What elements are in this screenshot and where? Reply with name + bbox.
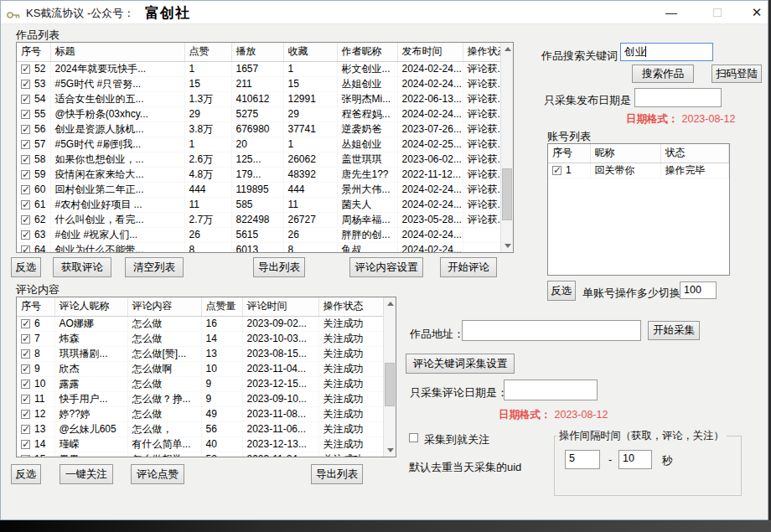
account-row[interactable]: 1回关带你操作完毕 [548,163,729,178]
comments-table-header: 序号 评论人昵称 评论内容 点赞量 评论时间 操作状态 [17,297,385,316]
comment-date-input[interactable] [504,380,598,400]
row-checkbox[interactable] [21,110,30,119]
accounts-invert-button[interactable]: 反选 [547,281,576,301]
row-checkbox[interactable] [21,440,30,449]
close-button[interactable]: ✕ [743,1,768,24]
fetch-comments-button[interactable]: 获取评论 [53,257,111,277]
works-row[interactable]: 63#创业 #祝家人们...26561526胖胖的创...2024-02-24.… [17,227,502,242]
comments-row[interactable]: 9欣杰怎么做啊102023-11-04...关注成功 [17,361,385,376]
comments-row[interactable]: 6AO娜娜怎么做162023-09-02...关注成功 [17,316,385,331]
works-row[interactable]: 62什么叫创业，看完...2.7万82249826727周杨幸福...2023-… [17,212,502,227]
scroll-down-arrow-icon[interactable] [384,444,396,457]
row-checkbox[interactable] [21,410,30,419]
search-keyword-input[interactable]: 创业 [620,43,713,61]
row-checkbox[interactable] [21,155,30,164]
works-row[interactable]: 60回村创业第二年正...444119895444景州大伟...2024-02-… [17,182,502,197]
works-section-label: 作品列表 [16,28,60,43]
comment-date-format-hint: 日期格式：2023-08-12 [499,408,608,422]
text-caret [645,46,646,57]
publish-date-format-hint: 日期格式：2023-08-12 [626,112,735,127]
app-window: KS截流协议 -公众号： 富创社 — ☐ ✕ 作品列表 序号 标题 点赞 播放 … [0,0,768,520]
publish-date-input[interactable] [634,88,722,107]
comments-row[interactable]: 7炜森怎么做142023-10-03...关注成功 [17,331,385,346]
comments-row[interactable]: 10露露怎么做92023-12-15...关注成功 [17,376,385,391]
works-row[interactable]: 55@快手粉条(03xhcy...29527529程爸程妈...2024-02-… [17,106,502,121]
works-row[interactable]: 61#农村创业好项目 ...1158511菌夫人2024-02-24...评论获… [17,197,502,212]
row-checkbox[interactable] [21,65,30,74]
row-checkbox[interactable] [21,215,30,225]
row-checkbox[interactable] [21,380,30,389]
row-checkbox[interactable] [21,200,30,209]
start-comment-button[interactable]: 开始评论 [440,257,497,277]
interval-groupbox: 操作间隔时间（获取，评论，关注） 5 - 10 秒 [554,429,742,496]
comments-row[interactable]: 15果果怎么做想学522023-11-24...关注成功 [17,452,385,457]
comments-row[interactable]: 11快手用户...怎么做？挣...92023-09-10...关注成功 [17,391,385,406]
comments-row[interactable]: 13@幺妹儿605怎么做，562023-11-06...关注成功 [17,421,385,436]
key-icon [7,8,20,23]
works-row[interactable]: 522024年就要玩快手...116571彬文创业...2024-02-24..… [17,61,502,76]
row-checkbox[interactable] [21,349,30,359]
scroll-down-arrow-icon[interactable] [501,240,513,252]
photo-shadow-band [0,520,771,532]
works-table[interactable]: 序号 标题 点赞 播放 收藏 作者昵称 发布时间 操作状态 522024年就要玩… [16,42,514,253]
row-checkbox[interactable] [21,364,30,374]
minimize-button[interactable]: — [657,1,686,24]
follow-all-button[interactable]: 一键关注 [60,464,113,484]
row-checkbox[interactable] [21,395,30,404]
comments-table[interactable]: 序号 评论人昵称 评论内容 点赞量 评论时间 操作状态 6AO娜娜怎么做1620… [16,297,396,457]
interval-label: 操作间隔时间（获取，评论，关注） [556,429,727,443]
row-checkbox[interactable] [21,170,30,179]
scroll-up-arrow-icon[interactable] [501,43,513,55]
works-row[interactable]: 58如果你也想创业，...2.6万125...26062盖世琪琪2023-06-… [17,152,502,167]
works-row[interactable]: 53#5G时代 #只管努...1521115丛姐创业2024-02-24...评… [17,76,502,91]
comment-keyword-settings-button[interactable]: 评论关键词采集设置 [406,354,515,374]
brand-name: 富创社 [145,3,190,23]
row-checkbox[interactable] [21,455,30,458]
comments-row[interactable]: 14瑾嵘有什么简单...402023-12-13...关注成功 [17,436,385,452]
works-row[interactable]: 64创业为什么不能带...860138鱼叔2024-02-24... [17,242,502,253]
works-export-button[interactable]: 导出列表 [253,257,305,277]
scrollbar-thumb[interactable] [385,363,395,406]
follow-on-collect-checkbox[interactable] [409,433,418,442]
row-checkbox[interactable] [21,125,30,134]
row-checkbox[interactable] [21,140,30,149]
comments-scrollbar[interactable] [383,297,396,457]
row-checkbox[interactable] [21,80,30,89]
like-comments-button[interactable]: 评论点赞 [131,464,184,484]
row-checkbox[interactable] [21,185,30,194]
works-row[interactable]: 56创业是资源人脉机...3.8万67698037741逆袭奶爸2023-07-… [17,121,502,137]
interval-min-input[interactable]: 5 [565,450,600,469]
search-keyword-label: 作品搜索关键词： [541,49,629,64]
scroll-up-arrow-icon[interactable] [384,297,396,310]
interval-max-input[interactable]: 10 [618,450,652,469]
start-collect-button[interactable]: 开始采集 [648,321,700,340]
row-checkbox[interactable] [21,95,30,104]
row-checkbox[interactable] [21,245,30,254]
works-scrollbar[interactable] [500,43,513,252]
qr-login-button[interactable]: 扫码登陆 [711,65,762,83]
accounts-table-header: 序号 昵称 状态 [548,144,729,163]
works-row[interactable]: 57#5G时代 #刷到我...1201丛姐创业2024-02-25...评论获.… [17,137,502,152]
window-title: KS截流协议 -公众号： [26,6,134,21]
works-row[interactable]: 54适合女生创业的五...1.3万41061212991张明杰Mi...2022… [17,91,502,106]
works-invert-button[interactable]: 反选 [11,257,41,277]
search-works-button[interactable]: 搜索作品 [632,65,694,83]
works-row[interactable]: 59疫情闲在家来给大...4.8万179...48392唐先生1??2022-1… [17,167,502,182]
works-table-header: 序号 标题 点赞 播放 收藏 作者昵称 发布时间 操作状态 [17,43,502,61]
row-checkbox[interactable] [21,319,30,328]
comments-invert-button[interactable]: 反选 [11,464,41,484]
comments-row[interactable]: 8琪琪播剧...怎么做[赞]...132023-08-15...关注成功 [17,346,385,361]
row-checkbox[interactable] [21,334,30,343]
comments-export-button[interactable]: 导出列表 [311,464,363,484]
account-switch-input[interactable]: 100 [680,281,717,299]
comments-row[interactable]: 12婷??婷怎么做492023-11-08...关注成功 [17,406,385,421]
row-checkbox[interactable] [552,166,561,175]
follow-on-collect-label: 采集到就关注 [424,432,489,447]
row-checkbox[interactable] [21,230,30,240]
work-url-input[interactable] [462,320,641,341]
comment-content-settings-button[interactable]: 评论内容设置 [349,257,423,277]
scrollbar-thumb[interactable] [502,168,512,220]
clear-list-button[interactable]: 清空列表 [125,257,184,277]
row-checkbox[interactable] [21,425,30,434]
accounts-table[interactable]: 序号 昵称 状态 1回关带你操作完毕 [547,143,730,276]
